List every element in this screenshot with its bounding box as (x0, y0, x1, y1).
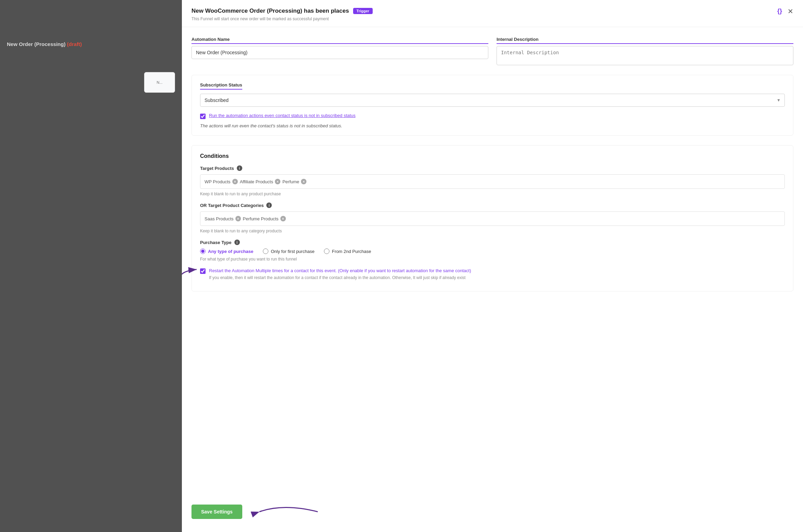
bg-node: N... (144, 72, 175, 93)
radio-any-purchase[interactable]: Any type of purchase (200, 248, 253, 254)
bg-title-text: New Order (Processing) (7, 41, 66, 47)
restart-note: If you enable, then it will restart the … (209, 275, 471, 280)
panel-title: New WooCommerce Order (Processing) has b… (191, 8, 349, 14)
purchase-type-radio-group: Any type of purchase Only for first purc… (200, 248, 785, 254)
panel-body: Automation Name Internal Description Sub… (182, 27, 803, 494)
subscription-select-wrapper: Subscribed Unsubscribed Any ▼ (200, 94, 785, 107)
radio-first-label: Only for first purchase (271, 249, 314, 254)
tag-wp-products: WP Products × (205, 179, 238, 184)
tag-perfume-products-remove[interactable]: × (280, 216, 286, 221)
subscription-checkbox-label: Run the automation actions even contact … (209, 113, 356, 118)
tag-perfume: Perfume × (282, 179, 306, 184)
background-content: New Order (Processing) (draft) N... (0, 0, 182, 532)
automation-name-label: Automation Name (191, 37, 488, 44)
target-categories-label-row: OR Target Product Categories i (200, 203, 785, 208)
target-products-label-row: Target Products i (200, 165, 785, 171)
restart-label: Restart the Automation Multiple times fo… (209, 268, 471, 273)
purchase-type-label-row: Purchase Type i (200, 240, 785, 245)
subscription-note: The actions will run even the contact's … (200, 123, 785, 128)
trigger-badge: Trigger (353, 8, 373, 14)
panel-header-actions: {} ✕ (777, 8, 793, 15)
target-products-field[interactable]: WP Products × Affiliate Products × Perfu… (200, 174, 785, 189)
arrow-save (249, 500, 318, 524)
tag-affiliate-products: Affiliate Products × (240, 179, 280, 184)
restart-checkbox[interactable] (200, 268, 206, 274)
save-settings-button[interactable]: Save Settings (191, 505, 242, 519)
purchase-type-info-icon[interactable]: i (234, 240, 240, 245)
name-description-row: Automation Name Internal Description (191, 37, 793, 65)
radio-second-purchase[interactable]: From 2nd Purchase (324, 248, 371, 254)
target-categories-info-icon[interactable]: i (266, 203, 272, 208)
target-categories-hint: Keep it blank to run to any category pro… (200, 229, 785, 233)
purchase-type-section: Purchase Type i Any type of purchase Onl… (200, 240, 785, 262)
tag-saas-products: Saas Products × (205, 216, 241, 221)
conditions-title: Conditions (200, 153, 785, 159)
purchase-type-hint: For what type of purchase you want to ru… (200, 257, 785, 262)
radio-first-input[interactable] (263, 248, 268, 254)
purchase-type-label: Purchase Type (200, 240, 232, 245)
restart-section: Restart the Automation Multiple times fo… (200, 268, 785, 280)
subscription-select[interactable]: Subscribed Unsubscribed Any (200, 94, 785, 107)
conditions-section: Conditions Target Products i WP Products… (191, 145, 793, 291)
panel-subtitle: This Funnel will start once new order wi… (191, 16, 373, 21)
main-panel: New WooCommerce Order (Processing) has b… (182, 0, 803, 532)
radio-any-label: Any type of purchase (208, 249, 253, 254)
target-categories-label: OR Target Product Categories (200, 203, 264, 208)
code-icon[interactable]: {} (777, 8, 782, 15)
panel-title-row: New WooCommerce Order (Processing) has b… (191, 8, 373, 14)
panel-header-left: New WooCommerce Order (Processing) has b… (191, 8, 373, 21)
internal-description-label: Internal Description (497, 37, 793, 44)
target-products-label: Target Products (200, 166, 234, 171)
target-products-info-icon[interactable]: i (237, 165, 242, 171)
panel-header: New WooCommerce Order (Processing) has b… (182, 0, 803, 27)
radio-any-input[interactable] (200, 248, 206, 254)
automation-name-group: Automation Name (191, 37, 488, 65)
automation-name-input[interactable] (191, 46, 488, 59)
radio-second-label: From 2nd Purchase (332, 249, 371, 254)
tag-saas-products-remove[interactable]: × (235, 216, 241, 221)
bg-draft-label: (draft) (67, 41, 82, 47)
internal-description-group: Internal Description (497, 37, 793, 65)
radio-first-purchase[interactable]: Only for first purchase (263, 248, 314, 254)
subscription-checkbox[interactable] (200, 114, 206, 119)
bg-title: New Order (Processing) (draft) (7, 41, 175, 47)
radio-second-input[interactable] (324, 248, 329, 254)
save-section: Save Settings (182, 494, 803, 532)
tag-perfume-products: Perfume Products × (243, 216, 286, 221)
internal-description-input[interactable] (497, 46, 793, 65)
tag-perfume-remove[interactable]: × (301, 179, 306, 184)
subscription-checkbox-row: Run the automation actions even contact … (200, 113, 785, 119)
subscription-section: Subscription Status Subscribed Unsubscri… (191, 75, 793, 136)
tag-affiliate-products-remove[interactable]: × (275, 179, 280, 184)
target-products-hint: Keep it blank to run to any product purc… (200, 192, 785, 196)
restart-text-block: Restart the Automation Multiple times fo… (209, 268, 471, 280)
arrow-restart (182, 264, 203, 285)
close-button[interactable]: ✕ (788, 8, 793, 15)
target-categories-field[interactable]: Saas Products × Perfume Products × (200, 211, 785, 226)
subscription-label: Subscription Status (200, 82, 242, 90)
tag-wp-products-remove[interactable]: × (232, 179, 238, 184)
